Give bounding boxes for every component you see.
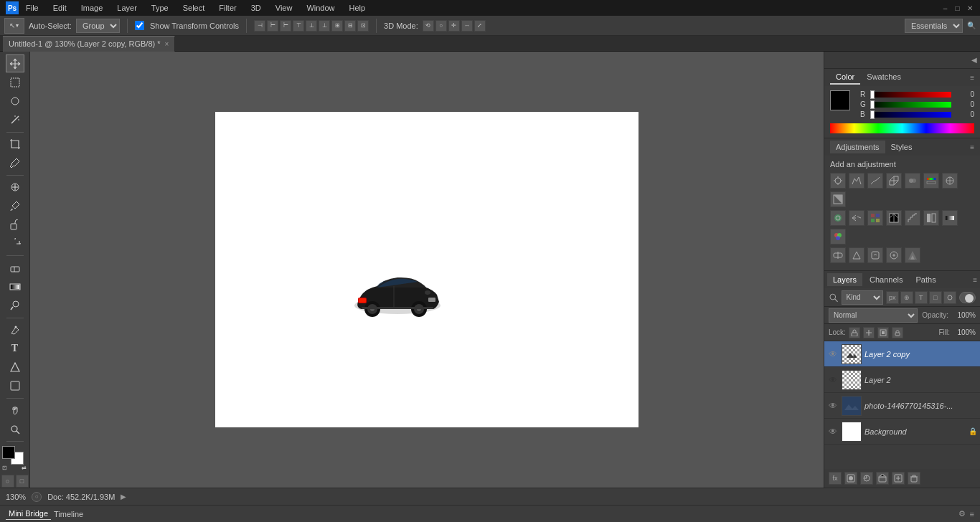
doctab-close[interactable]: × [165, 40, 169, 48]
layer-kind-select[interactable]: Kind [842, 290, 883, 305]
marquee-tool-button[interactable] [6, 73, 24, 91]
lock-all-icon[interactable] [892, 327, 903, 338]
shape-tool-button[interactable] [6, 377, 24, 395]
menu-layer[interactable]: Layer [114, 2, 140, 14]
blue-thumb[interactable] [870, 110, 875, 119]
menu-view[interactable]: View [273, 2, 296, 14]
menu-type[interactable]: Type [149, 2, 171, 14]
align-left-icon[interactable]: ⊣ [254, 20, 265, 32]
delete-layer-icon[interactable] [908, 472, 920, 485]
foreground-large-swatch[interactable] [830, 90, 850, 110]
show-transform-label[interactable]: Show Transform Controls [150, 22, 239, 30]
workspace-select[interactable]: Essentials [905, 19, 963, 33]
tab-color[interactable]: Color [830, 70, 860, 85]
gradient-tool-button[interactable] [6, 277, 24, 295]
canvas-area[interactable] [30, 52, 824, 488]
layer-visibility-toggle[interactable]: 👁 [827, 426, 839, 437]
tab-styles[interactable]: Styles [885, 141, 918, 153]
tab-mini-bridge[interactable]: Mini Bridge [6, 508, 51, 520]
layer-row[interactable]: 👁 photo-1446770145316-... [824, 393, 980, 419]
adj-colorlookup-icon[interactable] [867, 210, 883, 226]
layer-visibility-toggle[interactable]: 👁 [827, 348, 839, 360]
create-group-icon[interactable] [876, 472, 889, 485]
layer-visibility-toggle[interactable]: 👁 [827, 374, 839, 386]
adj-selective-color-icon[interactable] [830, 229, 846, 245]
tab-timeline[interactable]: Timeline [51, 508, 86, 520]
adj-hsl-icon[interactable] [923, 173, 939, 189]
tab-paths[interactable]: Paths [910, 273, 942, 286]
minibridge-settings-icon[interactable]: ⚙ [958, 509, 966, 518]
adj-extra-3[interactable] [867, 247, 883, 263]
workspace-search-icon[interactable]: 🔍 [967, 22, 976, 29]
menu-edit[interactable]: Edit [50, 2, 70, 14]
menu-select[interactable]: Select [180, 2, 208, 14]
smart-filter-icon[interactable] [943, 291, 956, 304]
adj-curves-icon[interactable] [867, 173, 883, 189]
green-slider[interactable] [870, 102, 951, 108]
red-thumb[interactable] [870, 90, 875, 99]
lock-position-icon[interactable] [863, 327, 875, 338]
lock-artboard-icon[interactable] [877, 327, 889, 338]
adj-extra-1[interactable] [830, 247, 846, 263]
distribute-v-icon[interactable]: ⊟ [344, 20, 356, 32]
menu-help[interactable]: Help [347, 2, 369, 14]
align-top-icon[interactable]: ⊤ [293, 20, 304, 32]
spot-heal-button[interactable] [6, 179, 24, 196]
align-center-h-icon[interactable]: ⊢ [267, 20, 278, 32]
eraser-button[interactable] [6, 259, 24, 277]
blue-slider[interactable] [870, 112, 951, 118]
maximize-button[interactable]: □ [953, 4, 962, 13]
adj-invert-icon[interactable] [886, 210, 902, 226]
adj-threshold-icon[interactable] [923, 210, 939, 226]
distribute-extra-icon[interactable]: ⊡ [357, 20, 369, 32]
minibridge-more-icon[interactable]: ≡ [970, 510, 974, 518]
tab-swatches[interactable]: Swatches [861, 70, 907, 85]
reset-colors-icon[interactable]: ⊡ [2, 465, 7, 471]
add-layer-style-icon[interactable]: fx [829, 472, 842, 485]
swap-colors-icon[interactable]: ⇄ [22, 465, 27, 471]
menu-3d[interactable]: 3D [248, 2, 264, 14]
status-arrow[interactable]: ▶ [121, 493, 126, 500]
distribute-h-icon[interactable]: ⊞ [331, 20, 343, 32]
clone-stamp-button[interactable] [6, 216, 24, 234]
brush-tool-button[interactable] [6, 197, 24, 215]
lasso-tool-button[interactable] [6, 92, 24, 110]
current-tool-icon[interactable]: ↖▼ [4, 18, 24, 34]
canvas[interactable] [215, 112, 639, 427]
pixel-filter-icon[interactable]: px [886, 291, 899, 304]
3d-scale-icon[interactable]: ⤢ [474, 20, 486, 32]
shape-filter-icon[interactable]: □ [929, 291, 942, 304]
layer-filter-toggle[interactable] [959, 292, 976, 303]
layers-panel-menu[interactable]: ≡ [973, 276, 977, 284]
adj-vibrance-icon[interactable] [905, 173, 920, 189]
adjust-filter-icon[interactable]: ⊕ [900, 291, 913, 304]
adj-posterize-icon[interactable] [905, 210, 920, 226]
adj-channelmix-icon[interactable] [849, 210, 864, 226]
create-layer-icon[interactable] [892, 472, 905, 485]
opacity-value[interactable]: 100% [953, 311, 976, 319]
fill-value[interactable]: 100% [953, 328, 976, 336]
text-tool-button[interactable]: T [6, 340, 24, 358]
document-tab[interactable]: Untitled-1 @ 130% (Layer 2 copy, RGB/8) … [3, 36, 175, 52]
tab-channels[interactable]: Channels [864, 273, 908, 286]
tab-adjustments[interactable]: Adjustments [830, 141, 885, 153]
adj-bw-icon[interactable] [830, 191, 846, 207]
screen-mode-icon[interactable]: □ [16, 475, 29, 488]
close-button[interactable]: ✕ [965, 4, 974, 13]
adj-extra-4[interactable] [886, 247, 902, 263]
dodge-tool-button[interactable] [6, 296, 24, 314]
color-panel-menu[interactable]: ≡ [970, 74, 974, 82]
zoom-tool-button[interactable] [6, 420, 24, 438]
menu-file[interactable]: File [23, 2, 42, 14]
align-bottom-icon[interactable]: ⊥ [319, 20, 330, 32]
add-mask-icon[interactable] [844, 472, 857, 485]
layer-row[interactable]: 👁 Layer 2 copy [824, 341, 980, 367]
menu-image[interactable]: Image [78, 2, 106, 14]
adj-exposure-icon[interactable] [886, 173, 902, 189]
create-adjustment-icon[interactable] [860, 472, 873, 485]
pen-tool-button[interactable] [6, 321, 24, 339]
align-middle-v-icon[interactable]: ⊥ [306, 20, 317, 32]
adj-gradient-map-icon[interactable] [942, 210, 958, 226]
3d-slide-icon[interactable]: ↔ [461, 20, 473, 32]
3d-rotate-icon[interactable]: ⟲ [423, 20, 434, 32]
